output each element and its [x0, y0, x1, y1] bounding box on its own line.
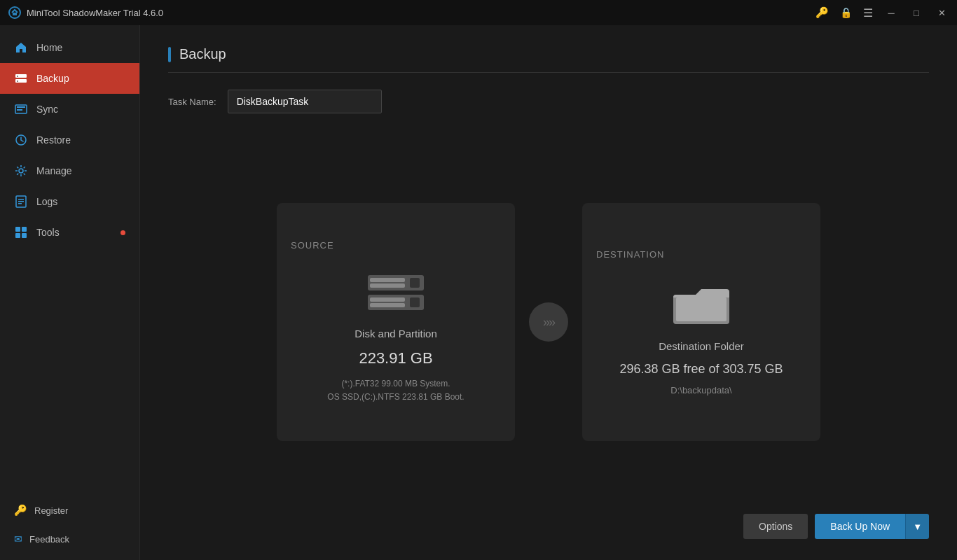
- destination-card[interactable]: DESTINATION Destination Folder 296.38 GB…: [582, 203, 820, 441]
- disk-icon: [364, 272, 427, 314]
- sidebar-item-home-label: Home: [36, 42, 62, 53]
- destination-free: 296.38 GB free of 303.75 GB: [619, 362, 783, 377]
- source-size: 223.91 GB: [359, 349, 432, 368]
- destination-section-label: DESTINATION: [596, 249, 664, 260]
- app-title: MiniTool ShadowMaker Trial 4.6.0: [27, 8, 163, 18]
- sidebar-item-logs-label: Logs: [36, 196, 57, 207]
- key-icon[interactable]: 🔑: [815, 6, 829, 19]
- register-label: Register: [34, 505, 68, 516]
- menu-icon[interactable]: ☰: [863, 6, 873, 20]
- restore-icon: [14, 133, 28, 147]
- main-content: Backup Task Name: SOURCE: [140, 25, 957, 560]
- svg-rect-1: [13, 13, 17, 15]
- logs-icon: [14, 195, 28, 209]
- svg-rect-16: [22, 227, 27, 232]
- backup-button-group: Back Up Now ▼: [815, 514, 929, 539]
- task-name-row: Task Name:: [168, 90, 929, 113]
- svg-rect-22: [410, 278, 420, 288]
- arrow-icon: »»: [543, 315, 554, 330]
- page-title: Backup: [179, 46, 226, 62]
- feedback-icon: ✉: [14, 533, 22, 545]
- maximize-button[interactable]: □: [909, 6, 923, 20]
- sidebar-item-home[interactable]: Home: [0, 32, 139, 63]
- page-title-wrap: Backup: [168, 46, 929, 73]
- svg-rect-21: [370, 284, 405, 288]
- tools-icon: [14, 225, 28, 239]
- sidebar-item-backup-label: Backup: [36, 73, 69, 84]
- sidebar-item-manage-label: Manage: [36, 165, 72, 176]
- home-icon: [14, 41, 28, 55]
- folder-icon: [673, 281, 729, 326]
- svg-rect-8: [17, 109, 22, 111]
- minimize-button[interactable]: ─: [884, 6, 898, 20]
- source-title: Disk and Partition: [354, 328, 437, 340]
- sidebar: Home Backup: [0, 25, 140, 560]
- svg-rect-5: [17, 80, 18, 82]
- source-section-label: SOURCE: [291, 240, 334, 251]
- svg-rect-17: [15, 233, 20, 238]
- svg-rect-18: [22, 233, 27, 238]
- task-name-input[interactable]: [228, 90, 382, 113]
- sidebar-item-register[interactable]: 🔑 Register: [0, 496, 139, 525]
- titlebar-controls: 🔑 🔒 ☰ ─ □ ✕: [815, 6, 949, 20]
- sidebar-item-restore[interactable]: Restore: [0, 125, 139, 155]
- backup-dropdown-button[interactable]: ▼: [905, 514, 929, 539]
- svg-rect-25: [370, 303, 405, 307]
- sidebar-item-sync-label: Sync: [36, 104, 58, 115]
- svg-rect-20: [370, 278, 405, 282]
- source-detail: (*:).FAT32 99.00 MB System. OS SSD,(C:).…: [327, 377, 464, 404]
- sidebar-item-sync[interactable]: Sync: [0, 94, 139, 125]
- svg-point-10: [19, 169, 23, 173]
- cards-row: SOURCE Disk and Partition 223: [168, 141, 929, 503]
- svg-rect-4: [17, 76, 18, 77]
- sync-icon: [14, 102, 28, 116]
- close-button[interactable]: ✕: [935, 6, 949, 20]
- backup-icon: [14, 71, 28, 85]
- page-title-bar: [168, 47, 171, 62]
- svg-rect-14: [18, 203, 22, 204]
- source-card[interactable]: SOURCE Disk and Partition 223: [277, 203, 515, 441]
- destination-title: Destination Folder: [659, 340, 744, 352]
- svg-rect-7: [17, 106, 25, 108]
- titlebar: MiniTool ShadowMaker Trial 4.6.0 🔑 🔒 ☰ ─…: [0, 0, 957, 25]
- svg-rect-12: [18, 199, 24, 200]
- svg-rect-13: [18, 201, 24, 202]
- sidebar-nav: Home Backup: [0, 32, 139, 248]
- svg-rect-28: [676, 298, 727, 321]
- lock-icon[interactable]: 🔒: [840, 7, 852, 18]
- arrow-button[interactable]: »»: [529, 302, 568, 342]
- feedback-label: Feedback: [29, 534, 69, 545]
- svg-rect-15: [15, 227, 20, 232]
- app-logo-icon: [8, 6, 21, 19]
- bottom-bar: Options Back Up Now ▼: [168, 503, 929, 539]
- sidebar-item-logs[interactable]: Logs: [0, 186, 139, 217]
- register-icon: 🔑: [14, 504, 27, 517]
- sidebar-item-manage[interactable]: Manage: [0, 155, 139, 186]
- sidebar-item-feedback[interactable]: ✉ Feedback: [0, 525, 139, 553]
- svg-rect-24: [370, 298, 405, 302]
- manage-icon: [14, 164, 28, 178]
- sidebar-bottom: 🔑 Register ✉ Feedback: [0, 496, 139, 560]
- sidebar-item-tools-label: Tools: [36, 227, 60, 238]
- options-button[interactable]: Options: [743, 514, 808, 539]
- app-body: Home Backup: [0, 25, 957, 560]
- titlebar-left: MiniTool ShadowMaker Trial 4.6.0: [8, 6, 163, 19]
- task-name-label: Task Name:: [168, 97, 216, 107]
- backup-now-button[interactable]: Back Up Now: [815, 514, 905, 539]
- sidebar-item-tools[interactable]: Tools: [0, 217, 139, 248]
- tools-notification-dot: [121, 230, 125, 235]
- svg-rect-26: [410, 298, 420, 307]
- sidebar-item-backup[interactable]: Backup: [0, 63, 139, 94]
- destination-path: D:\backupdata\: [670, 385, 731, 396]
- sidebar-item-restore-label: Restore: [36, 134, 71, 146]
